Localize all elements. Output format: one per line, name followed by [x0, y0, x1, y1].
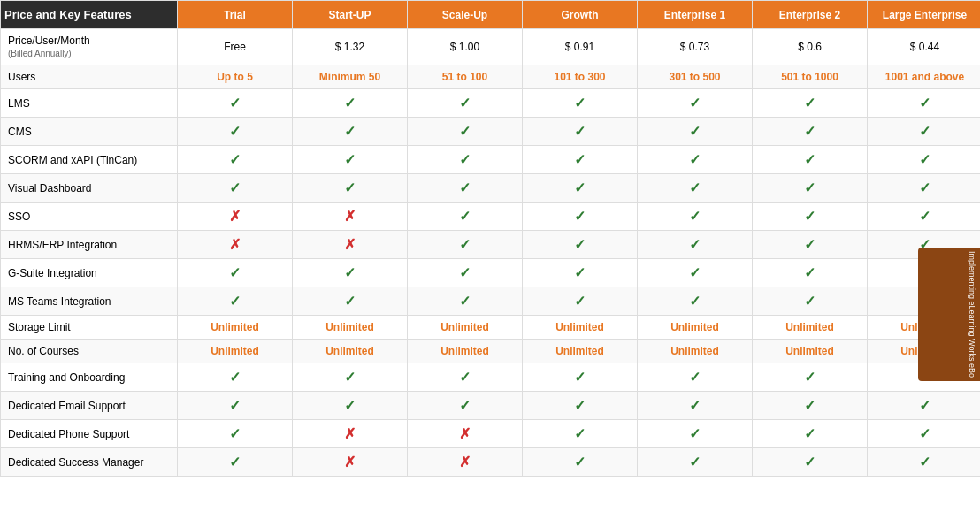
startup-cell: ✓: [293, 392, 408, 420]
growth-cell: ✓: [523, 146, 638, 174]
ent2-cell: ✓: [753, 89, 868, 118]
growth-cell: ✓: [523, 287, 638, 316]
startup-cell: ✗: [293, 448, 408, 477]
ent1-cell: ✓: [638, 118, 753, 146]
startup-cell: ✗: [293, 203, 408, 231]
ent1-cell: ✓: [638, 174, 753, 203]
table-row: Dedicated Success Manager✓✗✗✓✓✓✓: [1, 448, 981, 477]
startup-cell: ✓: [293, 118, 408, 146]
ent1-cell: ✓: [638, 203, 753, 231]
feature-cell: Dedicated Phone Support: [1, 420, 178, 448]
scaleup-cell: Unlimited: [408, 340, 523, 363]
ent1-cell: ✓: [638, 231, 753, 259]
table-row: Visual Dashboard✓✓✓✓✓✓✓: [1, 174, 981, 203]
feature-cell: Visual Dashboard: [1, 174, 178, 203]
table-row: MS Teams Integration✓✓✓✓✓✓✓: [1, 287, 981, 316]
scaleup-cell: ✓: [408, 203, 523, 231]
scaleup-cell: ✓: [408, 363, 523, 392]
ent1-cell: ✓: [638, 146, 753, 174]
table-row: HRMS/ERP Integration✗✗✓✓✓✓✓: [1, 231, 981, 259]
table-row: SSO✗✗✓✓✓✓✓: [1, 203, 981, 231]
growth-cell: ✓: [523, 420, 638, 448]
startup-cell: ✓: [293, 363, 408, 392]
sidebar-text: Implementing eLearning Works eBo: [968, 251, 976, 378]
ent2-cell: ✓: [753, 287, 868, 316]
startup-cell: ✓: [293, 146, 408, 174]
ent1-cell: Unlimited: [638, 340, 753, 363]
ent1-cell: ✓: [638, 448, 753, 477]
scaleup-cell: ✓: [408, 287, 523, 316]
large-cell: ✓: [868, 89, 981, 118]
pricing-table: Price and Key Features Trial Start-UP Sc…: [0, 0, 980, 477]
feature-cell: Dedicated Success Manager: [1, 448, 178, 477]
ent1-cell: ✓: [638, 363, 753, 392]
growth-cell: $ 0.91: [523, 29, 638, 65]
trial-cell: Up to 5: [178, 65, 293, 89]
large-cell: 1001 and above: [868, 65, 981, 89]
growth-cell: ✓: [523, 363, 638, 392]
trial-cell: ✓: [178, 118, 293, 146]
scaleup-cell: ✗: [408, 448, 523, 477]
trial-cell: Unlimited: [178, 340, 293, 363]
startup-cell: ✓: [293, 89, 408, 118]
table-row: SCORM and xAPI (TinCan)✓✓✓✓✓✓✓: [1, 146, 981, 174]
scaleup-cell: ✓: [408, 89, 523, 118]
growth-cell: ✓: [523, 203, 638, 231]
trial-header: Trial: [178, 1, 293, 29]
large-cell: ✓: [868, 118, 981, 146]
startup-cell: $ 1.32: [293, 29, 408, 65]
feature-cell: No. of Courses: [1, 340, 178, 363]
feature-cell: Training and Onboarding: [1, 363, 178, 392]
trial-cell: ✓: [178, 287, 293, 316]
ent2-cell: 501 to 1000: [753, 65, 868, 89]
startup-cell: Unlimited: [293, 316, 408, 340]
growth-header: Growth: [523, 1, 638, 29]
scaleup-cell: ✓: [408, 231, 523, 259]
growth-cell: Unlimited: [523, 340, 638, 363]
ent2-cell: ✓: [753, 146, 868, 174]
table-row: CMS✓✓✓✓✓✓✓: [1, 118, 981, 146]
ent2-cell: ✓: [753, 174, 868, 203]
ent1-cell: ✓: [638, 89, 753, 118]
growth-cell: ✓: [523, 231, 638, 259]
growth-cell: ✓: [523, 174, 638, 203]
trial-cell: Unlimited: [178, 316, 293, 340]
sidebar-book-image: Implementing eLearning Works eBo: [918, 248, 980, 381]
trial-cell: ✓: [178, 89, 293, 118]
large-cell: $ 0.44: [868, 29, 981, 65]
ent1-cell: $ 0.73: [638, 29, 753, 65]
growth-cell: ✓: [523, 259, 638, 287]
table-row: Dedicated Phone Support✓✗✗✓✓✓✓: [1, 420, 981, 448]
ent2-cell: ✓: [753, 203, 868, 231]
table-row: UsersUp to 5Minimum 5051 to 100101 to 30…: [1, 65, 981, 89]
growth-cell: ✓: [523, 118, 638, 146]
table-row: Storage LimitUnlimitedUnlimitedUnlimited…: [1, 316, 981, 340]
ent2-cell: $ 0.6: [753, 29, 868, 65]
trial-cell: ✓: [178, 174, 293, 203]
ent2-cell: ✓: [753, 259, 868, 287]
scaleup-cell: Unlimited: [408, 316, 523, 340]
ent2-cell: Unlimited: [753, 340, 868, 363]
feature-header: Price and Key Features: [1, 1, 178, 29]
growth-cell: ✓: [523, 448, 638, 477]
feature-cell: Dedicated Email Support: [1, 392, 178, 420]
table-row: Training and Onboarding✓✓✓✓✓✓✓: [1, 363, 981, 392]
pricing-table-wrapper: Price and Key Features Trial Start-UP Sc…: [0, 0, 980, 477]
ent1-header: Enterprlse 1: [638, 1, 753, 29]
feature-cell: Storage Limit: [1, 316, 178, 340]
feature-cell: Price/User/Month(Billed Annually): [1, 29, 178, 65]
ent1-cell: ✓: [638, 259, 753, 287]
startup-cell: Minimum 50: [293, 65, 408, 89]
scaleup-cell: $ 1.00: [408, 29, 523, 65]
ent1-cell: ✓: [638, 392, 753, 420]
scaleup-cell: ✓: [408, 174, 523, 203]
trial-cell: ✓: [178, 420, 293, 448]
ent1-cell: ✓: [638, 420, 753, 448]
scaleup-cell: ✓: [408, 146, 523, 174]
large-cell: ✓: [868, 392, 981, 420]
large-cell: ✓: [868, 420, 981, 448]
growth-cell: ✓: [523, 392, 638, 420]
ent1-cell: 301 to 500: [638, 65, 753, 89]
startup-cell: Unlimited: [293, 340, 408, 363]
startup-header: Start-UP: [293, 1, 408, 29]
